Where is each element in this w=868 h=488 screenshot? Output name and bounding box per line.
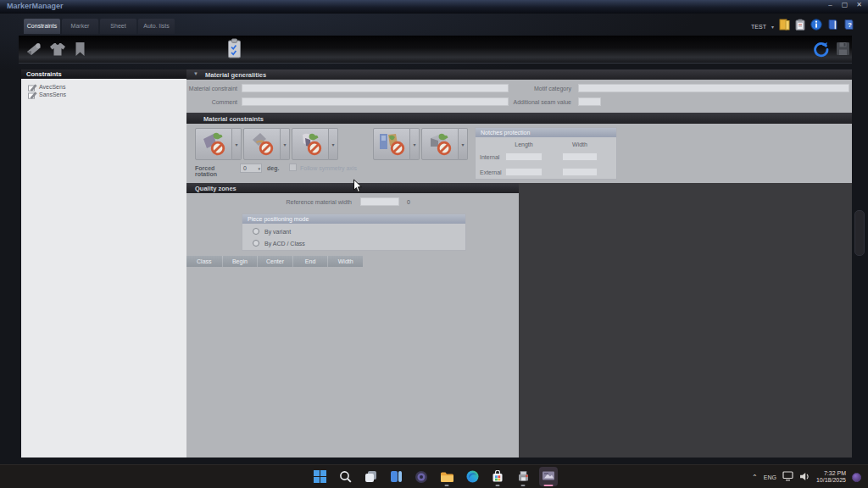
notches-protection-title: Notches protection [476,128,616,137]
dropdown-arrow[interactable]: ▾ [281,128,290,160]
running-indicator [445,485,449,486]
bookmark-page-icon[interactable] [75,42,86,60]
notes-icon[interactable] [779,19,790,34]
system-tray: ⌃ ENG 7:32 PM 10/18/2025 [752,465,861,488]
running-indicator [521,485,526,486]
start-button[interactable] [310,467,329,486]
shirt-icon[interactable] [49,42,66,60]
app-body: Constraints Marker Sheet Auto. lists TES… [0,14,868,464]
tab-sheet[interactable]: Sheet [100,19,136,34]
dropdown-arrow[interactable]: ▾ [410,128,420,160]
tab-marker[interactable]: Marker [62,19,98,34]
col-begin[interactable]: Begin [222,256,258,267]
toolbar [19,36,852,64]
fabric-roll-icon[interactable] [25,42,42,60]
tab-auto-lists[interactable]: Auto. lists [138,19,175,34]
constraints-panel: Constraints AvecSens SansSens [21,69,186,458]
forced-rotation-select[interactable]: 0 ▾ [240,164,262,173]
pieces-group-forbid-icon[interactable] [373,128,410,160]
quality-zones-table-header: Class Begin Center End Width [186,256,363,267]
constraint-button-rotate[interactable]: ▾ [243,128,290,160]
section-title: Material generalities [205,71,266,79]
internal-length-input[interactable] [505,152,542,161]
piece-flip-forbid-icon[interactable] [195,128,232,160]
user-menu[interactable]: TEST [751,24,766,30]
clock[interactable]: 7:32 PM 10/18/2025 [816,470,846,484]
quality-zones-header[interactable]: Quality zones [186,183,519,193]
task-view-icon[interactable] [361,467,380,486]
dropdown-arrow[interactable]: ▾ [329,128,338,160]
help-book-icon[interactable]: ? [843,19,854,34]
material-constraint-input[interactable] [242,84,509,92]
clipboard-icon[interactable] [795,19,805,34]
scrollbar-thumb[interactable] [854,210,865,256]
reference-width-value: 0 [407,199,419,205]
col-center[interactable]: Center [257,256,292,267]
close-button[interactable]: ✕ [854,1,864,8]
book-icon[interactable] [827,19,838,34]
by-variant-radio[interactable] [253,228,259,235]
motif-category-label: Motif category [502,86,571,92]
collapse-triangle-icon[interactable]: ▼ [193,71,198,76]
clock-time: 7:32 PM [816,470,846,477]
dropdown-arrow[interactable]: ▾ [232,128,242,160]
section-title: Quality zones [195,185,236,192]
follow-symmetry-checkbox[interactable] [289,164,297,171]
tab-strip: Constraints Marker Sheet Auto. lists [24,19,175,34]
header-right: TEST ▾ ? [751,19,854,33]
internal-label: Internal [480,154,502,160]
additional-seam-input[interactable] [578,97,601,106]
piece-rotate-forbid-icon[interactable] [243,128,281,160]
comment-input[interactable] [242,97,509,106]
forced-rotation-value: 0 [243,165,247,171]
file-explorer-icon[interactable] [437,467,456,486]
notches-protection-group: Notches protection Length Width Internal… [475,127,617,180]
active-indicator [544,485,554,486]
maximize-button[interactable]: ▢ [840,1,849,8]
reference-material-width-input[interactable] [360,197,399,206]
constraint-button-tilt[interactable]: ▾ [292,128,338,160]
external-label: External [480,169,502,175]
external-length-input[interactable] [505,168,542,176]
marker-manager-app-icon[interactable] [539,467,558,486]
col-end[interactable]: End [292,256,328,267]
network-display-icon[interactable] [782,469,793,485]
col-width[interactable]: Width [327,256,363,267]
internal-width-input[interactable] [562,152,598,161]
search-icon[interactable] [336,467,354,486]
chevron-down-icon: ▾ [258,166,260,171]
save-icon[interactable] [836,42,850,59]
volume-icon[interactable] [799,469,810,485]
dropdown-arrow[interactable]: ▾ [459,128,468,160]
constraint-button-group[interactable]: ▾ [373,128,420,160]
motif-category-input[interactable] [578,84,849,92]
tree-item-sanssens[interactable]: SansSens [28,91,66,98]
by-acd-class-radio[interactable] [253,240,259,247]
plotter-app-icon[interactable] [514,467,532,486]
material-generalities-header[interactable]: ▼ Material generalities [186,69,852,80]
constraint-button-flip[interactable]: ▾ [195,128,242,160]
reference-material-width-label: Reference material width [237,199,352,205]
validate-list-icon[interactable] [227,38,242,63]
widgets-icon[interactable] [387,467,405,486]
taskbar-center [310,467,558,486]
store-icon[interactable] [488,467,507,486]
language-indicator[interactable]: ENG [764,474,776,480]
title-bar: MarkerManager – ▢ ✕ [0,0,868,14]
edge-icon[interactable] [463,467,481,486]
external-width-input[interactable] [562,168,598,176]
piece-tilt-forbid-icon[interactable] [292,128,329,160]
preview-panel [519,183,852,458]
copilot-icon[interactable] [412,467,431,486]
tray-chevron-up-icon[interactable]: ⌃ [752,474,758,481]
constraint-button-fold[interactable]: ▾ [421,128,468,160]
notification-badge[interactable] [852,473,861,482]
refresh-icon[interactable] [812,41,830,62]
material-constraints-header[interactable]: Material constraints [186,113,852,124]
tab-constraints[interactable]: Constraints [24,19,60,34]
info-icon[interactable] [810,19,822,34]
col-class[interactable]: Class [186,256,222,267]
minimize-button[interactable]: – [826,1,835,8]
piece-fold-forbid-icon[interactable] [421,128,459,160]
piece-positioning-group: Piece positioning mode By variant By ACD… [242,214,466,251]
